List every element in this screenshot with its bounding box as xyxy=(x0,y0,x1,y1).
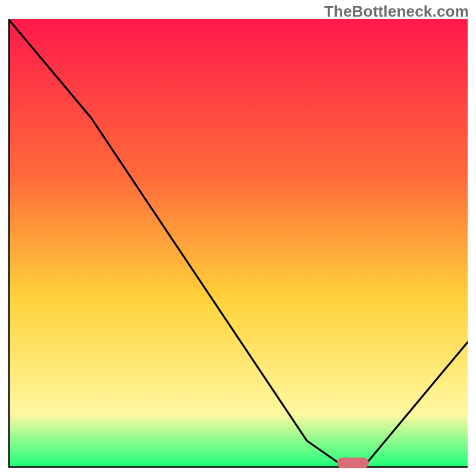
chart-svg xyxy=(8,19,468,468)
chart-stage: TheBottleneck.com xyxy=(0,0,476,476)
chart-plot-area xyxy=(8,19,468,468)
watermark-text: TheBottleneck.com xyxy=(324,2,469,21)
chart-background xyxy=(8,19,468,468)
optimal-marker xyxy=(337,458,369,468)
